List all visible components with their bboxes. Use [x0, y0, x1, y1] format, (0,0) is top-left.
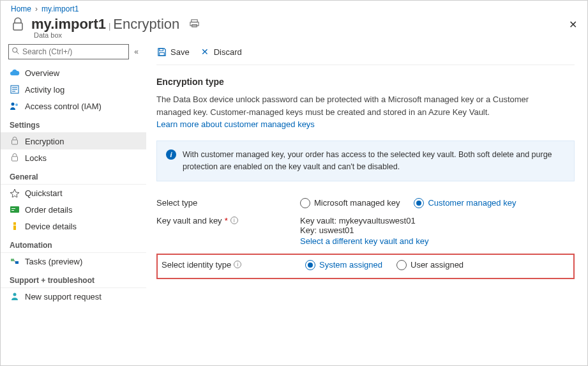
- save-icon: [156, 47, 167, 57]
- lock-small-icon: [10, 136, 20, 146]
- breadcrumb-home[interactable]: Home: [11, 4, 31, 13]
- sidebar-section-automation: Automation: [1, 237, 146, 253]
- collapse-sidebar-icon[interactable]: «: [134, 47, 139, 56]
- key-vault-value: Key vault: mykeyvaultuswest01: [300, 216, 575, 225]
- tasks-icon: [10, 256, 20, 266]
- svg-rect-0: [13, 23, 22, 30]
- label-identity-type: Select identity type i: [162, 260, 305, 270]
- svg-rect-1: [192, 20, 197, 22]
- svg-rect-16: [11, 210, 14, 211]
- svg-rect-18: [13, 225, 16, 230]
- sidebar: « Overview Activity log Access control (…: [1, 39, 146, 359]
- order-details-icon: [10, 204, 20, 215]
- radio-microsoft-managed-key[interactable]: Microsoft managed key: [300, 198, 400, 208]
- info-banner: i With customer managed key, your order …: [156, 141, 575, 181]
- highlight-identity-type: Select identity type i System assigned U…: [156, 254, 575, 279]
- quickstart-icon: [10, 188, 20, 198]
- main-pane: Save ✕ Discard Encryption type The Data …: [146, 39, 587, 359]
- form-row-key-vault: Key vault and key * i Key vault: mykeyva…: [156, 212, 575, 250]
- search-icon: [11, 47, 20, 57]
- people-icon: [10, 101, 20, 111]
- toolbar: Save ✕ Discard: [156, 44, 575, 65]
- sidebar-item-order-details[interactable]: Order details: [1, 201, 146, 218]
- svg-point-10: [11, 103, 15, 106]
- sidebar-item-device-details[interactable]: Device details: [1, 218, 146, 234]
- sidebar-section-support: Support + troubleshoot: [1, 272, 146, 288]
- svg-rect-19: [11, 259, 14, 261]
- sidebar-item-locks[interactable]: Locks: [1, 149, 146, 166]
- device-details-icon: [10, 221, 20, 231]
- breadcrumb: Home › my.import1: [1, 1, 587, 16]
- key-value: Key: uswest01: [300, 225, 575, 235]
- discard-button[interactable]: ✕ Discard: [200, 47, 242, 57]
- sidebar-section-general: General: [1, 169, 146, 185]
- description-text: The Data Box device unlock password can …: [156, 93, 565, 118]
- sidebar-item-new-support-request[interactable]: New support request: [1, 288, 146, 305]
- sidebar-item-overview[interactable]: Overview: [1, 65, 146, 81]
- discard-icon: ✕: [200, 47, 210, 57]
- svg-rect-13: [12, 156, 18, 161]
- page-header: my.import1|Encryption ✕: [1, 16, 587, 34]
- lock-icon: [11, 17, 25, 32]
- section-title-encryption-type: Encryption type: [156, 77, 575, 87]
- svg-rect-14: [10, 206, 19, 213]
- svg-rect-17: [13, 222, 16, 225]
- svg-rect-20: [15, 261, 19, 264]
- sidebar-item-activity-log[interactable]: Activity log: [1, 81, 146, 98]
- svg-rect-2: [190, 22, 199, 26]
- page-title: my.import1|Encryption: [31, 16, 179, 33]
- learn-more-link[interactable]: Learn more about customer managed keys: [156, 119, 315, 129]
- print-icon[interactable]: [190, 19, 199, 30]
- cloud-icon: [10, 68, 20, 78]
- sidebar-item-quickstart[interactable]: Quickstart: [1, 185, 146, 201]
- breadcrumb-item[interactable]: my.import1: [41, 4, 79, 13]
- sidebar-item-tasks[interactable]: Tasks (preview): [1, 253, 146, 270]
- svg-rect-24: [159, 52, 164, 56]
- support-icon: [10, 291, 20, 301]
- label-select-type: Select type: [156, 198, 300, 208]
- radio-customer-managed-key[interactable]: Customer managed key: [414, 198, 516, 208]
- radio-system-assigned[interactable]: System assigned: [305, 260, 382, 270]
- chevron-right-icon: ›: [35, 4, 38, 13]
- svg-point-11: [15, 103, 18, 106]
- close-icon[interactable]: ✕: [569, 19, 577, 31]
- svg-line-21: [14, 260, 15, 263]
- search-input[interactable]: [8, 44, 129, 59]
- svg-point-22: [13, 293, 17, 296]
- activity-log-icon: [10, 84, 20, 95]
- info-hint-icon[interactable]: i: [230, 217, 238, 224]
- change-key-vault-link[interactable]: Select a different key vault and key: [300, 236, 428, 246]
- form-row-select-type: Select type Microsoft managed key Custom…: [156, 194, 575, 212]
- label-key-vault: Key vault and key * i: [156, 216, 300, 225]
- save-button[interactable]: Save: [156, 47, 190, 57]
- sidebar-section-settings: Settings: [1, 117, 146, 133]
- sidebar-item-access-control[interactable]: Access control (IAM): [1, 98, 146, 114]
- svg-line-5: [17, 52, 19, 54]
- svg-point-4: [13, 48, 17, 52]
- info-hint-icon[interactable]: i: [234, 261, 241, 268]
- sidebar-item-encryption[interactable]: Encryption: [1, 133, 146, 149]
- locks-icon: [10, 153, 20, 163]
- info-icon: i: [166, 149, 176, 160]
- radio-user-assigned[interactable]: User assigned: [396, 260, 464, 270]
- svg-rect-12: [12, 140, 18, 144]
- svg-rect-15: [11, 208, 15, 209]
